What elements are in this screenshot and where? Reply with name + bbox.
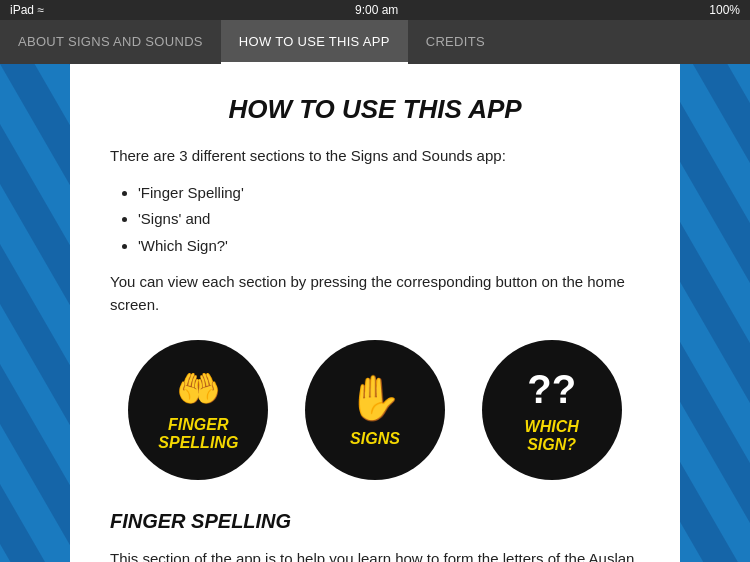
list-item: 'Signs' and	[138, 208, 640, 231]
bullet-list: 'Finger Spelling' 'Signs' and 'Which Sig…	[110, 182, 640, 258]
signs-button[interactable]: ✋ SIGNS	[305, 340, 445, 480]
section-desc: This section of the app is to help you l…	[110, 547, 640, 562]
tab-about[interactable]: ABOUT SIGNS AND SOUNDS	[0, 20, 221, 64]
status-device: iPad ≈	[10, 3, 44, 17]
wifi-icon: ≈	[37, 3, 44, 17]
tab-howto[interactable]: HOW TO USE THIS APP	[221, 20, 408, 64]
palm-icon: ✋	[347, 372, 402, 424]
intro-text: There are 3 different sections to the Si…	[110, 145, 640, 168]
which-sign-button[interactable]: ?? WHICHSIGN?	[482, 340, 622, 480]
content-area: HOW TO USE THIS APP There are 3 differen…	[70, 64, 680, 562]
list-item: 'Which Sign?'	[138, 235, 640, 258]
tab-credits[interactable]: CREDITS	[408, 20, 503, 64]
status-bar: iPad ≈ 9:00 am 100%	[0, 0, 750, 20]
list-item: 'Finger Spelling'	[138, 182, 640, 205]
signs-label: SIGNS	[350, 430, 400, 448]
which-sign-label: WHICHSIGN?	[525, 418, 579, 453]
question-icon: ??	[527, 367, 576, 412]
tab-bar: ABOUT SIGNS AND SOUNDS HOW TO USE THIS A…	[0, 20, 750, 64]
status-battery: 100%	[709, 3, 740, 17]
finger-spelling-label: FINGERSPELLING	[158, 416, 238, 451]
section-heading: FINGER SPELLING	[110, 510, 640, 533]
hand-icon: 🤲	[176, 368, 221, 410]
status-time: 9:00 am	[355, 3, 398, 17]
section-text: You can view each section by pressing th…	[110, 271, 640, 316]
icon-row: 🤲 FINGERSPELLING ✋ SIGNS ?? WHICHSIGN?	[110, 340, 640, 480]
page-title: HOW TO USE THIS APP	[110, 94, 640, 125]
finger-spelling-button[interactable]: 🤲 FINGERSPELLING	[128, 340, 268, 480]
